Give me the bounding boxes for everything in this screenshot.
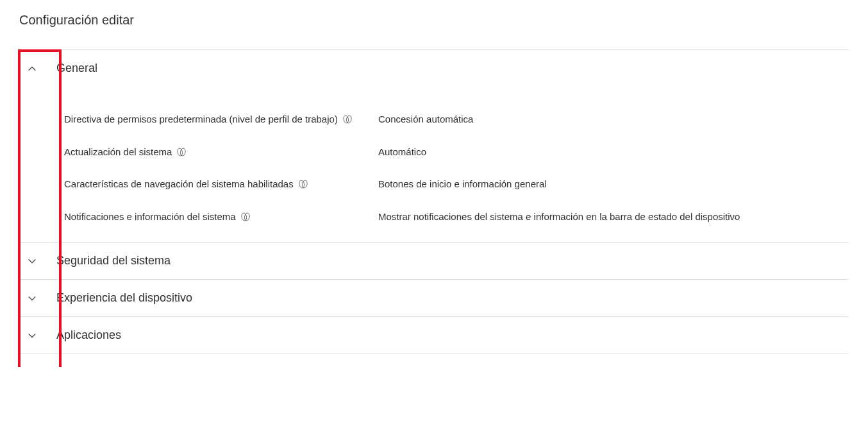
copilot-icon[interactable] [176, 146, 187, 158]
chevron-down-icon [19, 257, 45, 266]
setting-label: Notificaciones e información del sistema [64, 210, 236, 225]
setting-value: Automático [378, 145, 849, 160]
copilot-icon[interactable] [297, 178, 309, 190]
setting-value: Mostrar notificaciones del sistema e inf… [378, 210, 849, 225]
accordion-header-applications[interactable]: Aplicaciones [19, 317, 849, 354]
svg-point-6 [240, 212, 247, 221]
accordion-title: General [56, 62, 97, 75]
accordion-section-device-experience: Experiencia del dispositivo [19, 280, 849, 317]
svg-point-1 [346, 115, 352, 123]
page-title: Configuración editar [19, 13, 849, 37]
setting-label: Actualización del sistema [64, 145, 172, 160]
svg-point-4 [299, 180, 305, 188]
chevron-down-icon [19, 294, 45, 303]
setting-value: Botones de inicio e información general [378, 177, 849, 192]
settings-accordion: General Directiva de permisos predetermi… [19, 49, 849, 354]
setting-label: Características de navegación del sistem… [64, 177, 294, 192]
accordion-title: Seguridad del sistema [56, 254, 171, 268]
accordion-section-applications: Aplicaciones [19, 317, 849, 354]
accordion-section-system-security: Seguridad del sistema [19, 243, 849, 280]
svg-point-5 [301, 180, 308, 188]
copilot-icon[interactable] [240, 211, 251, 223]
accordion-body-general: Directiva de permisos predeterminada (ni… [19, 87, 849, 242]
setting-value: Concesión automática [378, 112, 849, 127]
chevron-down-icon [19, 331, 45, 340]
setting-row: Actualización del sistema Automático [64, 145, 849, 160]
chevron-up-icon [19, 64, 45, 73]
svg-point-0 [343, 115, 349, 123]
setting-row: Características de navegación del sistem… [64, 177, 849, 192]
svg-point-2 [177, 148, 183, 156]
svg-point-7 [244, 212, 250, 221]
accordion-header-general[interactable]: General [19, 50, 849, 87]
setting-row: Notificaciones e información del sistema… [64, 210, 849, 225]
accordion-title: Experiencia del dispositivo [56, 291, 192, 305]
accordion-header-system-security[interactable]: Seguridad del sistema [19, 243, 849, 279]
setting-label: Directiva de permisos predeterminada (ni… [64, 112, 338, 127]
copilot-icon[interactable] [342, 114, 353, 125]
accordion-title: Aplicaciones [56, 328, 121, 342]
svg-point-3 [180, 148, 187, 156]
setting-row: Directiva de permisos predeterminada (ni… [64, 112, 849, 127]
accordion-section-general: General Directiva de permisos predetermi… [19, 50, 849, 243]
accordion-header-device-experience[interactable]: Experiencia del dispositivo [19, 280, 849, 316]
